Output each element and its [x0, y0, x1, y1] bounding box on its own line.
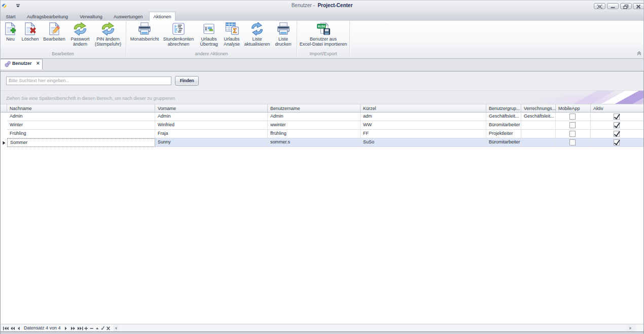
svg-text:XLSX: XLSX: [317, 25, 325, 28]
svg-text:Σ: Σ: [233, 27, 237, 34]
